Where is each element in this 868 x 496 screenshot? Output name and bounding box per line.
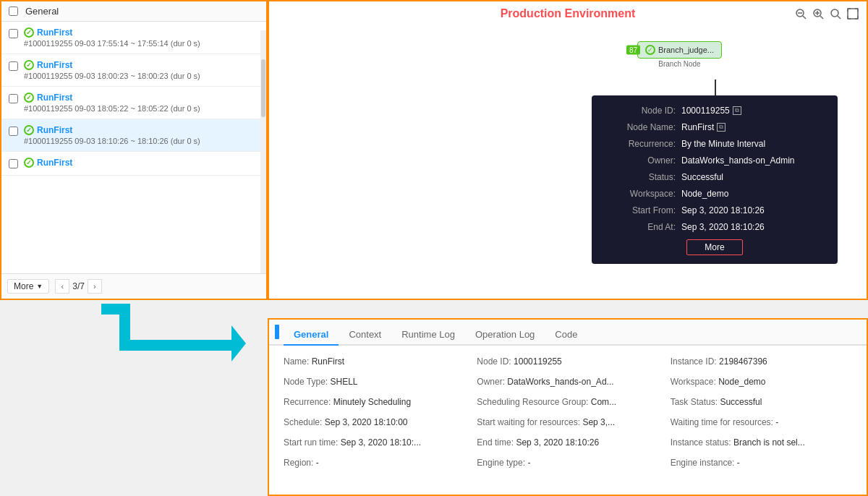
tooltip-owner-value: DataWorks_hands-on_Admin <box>681 154 826 167</box>
zoom-out-icon[interactable] <box>794 7 807 20</box>
tooltip-recurrence-row: Recurrence: By the Minute Interval <box>603 137 826 150</box>
more-button[interactable]: More ▼ <box>7 279 49 294</box>
next-page-button[interactable]: › <box>88 279 102 294</box>
tooltip-node-id-label: Node ID: <box>603 104 676 117</box>
detail-key: Workspace: <box>671 377 716 387</box>
tab-runtime-log[interactable]: Runtime Log <box>391 325 465 346</box>
list-item[interactable]: ✓ RunFirst <box>1 152 266 176</box>
tooltip-workspace-row: Workspace: Node_demo <box>603 187 826 200</box>
zoom-in-icon[interactable] <box>812 7 825 20</box>
detail-row: Waiting time for resources: - <box>665 412 858 432</box>
item-checkbox[interactable] <box>9 94 18 103</box>
item-sub: #1000119255 09-03 18:00:23 ~ 18:00:23 (d… <box>24 72 259 80</box>
detail-key: Task Status: <box>671 397 718 407</box>
detail-grid: Name: RunFirst Node Type: SHELL Recurren… <box>269 346 867 479</box>
item-sub: #1000119255 09-03 18:10:26 ~ 18:10:26 (d… <box>24 137 259 145</box>
item-id: #1000119255 <box>24 39 72 48</box>
list-item[interactable]: ✓ RunFirst #1000119255 09-03 18:00:23 ~ … <box>1 54 266 87</box>
item-content: ✓ RunFirst #1000119255 09-03 18:00:23 ~ … <box>24 60 259 80</box>
tooltip-status-value: Successful <box>681 171 826 184</box>
tooltip-start-value: Sep 3, 2020 18:10:26 <box>681 204 826 217</box>
detail-key: Start waiting for resources: <box>477 417 580 427</box>
detail-key: Region: <box>284 458 313 468</box>
branch-node[interactable]: 87 ✓ Branch_judge... Branch Node <box>637 41 722 68</box>
tab-code[interactable]: Code <box>545 325 587 346</box>
detail-key: Start run time: <box>284 437 338 448</box>
item-checkbox[interactable] <box>9 159 18 168</box>
item-time: 09-03 17:55:14 ~ 17:55:14 (dur 0 s) <box>75 39 200 48</box>
detail-key: Schedule: <box>284 417 322 427</box>
detail-row: Owner: DataWorks_hands-on_Ad... <box>471 372 664 392</box>
tooltip-node-id-row: Node ID: 1000119255 ⧉ <box>603 104 826 117</box>
tab-operation-log[interactable]: Operation Log <box>465 325 545 346</box>
item-sub: #1000119255 09-03 18:05:22 ~ 18:05:22 (d… <box>24 104 259 113</box>
item-title: ✓ RunFirst <box>24 125 259 135</box>
success-icon: ✓ <box>24 158 34 168</box>
detail-row: Engine instance: - <box>665 453 858 473</box>
node-id-badge: 87 <box>626 46 640 55</box>
svg-rect-9 <box>848 9 858 19</box>
scrollbar-thumb[interactable] <box>261 59 265 117</box>
detail-key: End time: <box>477 437 514 448</box>
svg-line-8 <box>838 16 841 19</box>
tooltip-start-label: Start From: <box>603 204 676 217</box>
tab-general[interactable]: General <box>284 325 339 346</box>
scrollbar[interactable] <box>260 30 266 273</box>
left-panel: General ✓ RunFirst #1000119255 09-03 17:… <box>0 0 268 300</box>
detail-row: Name: RunFirst <box>278 351 471 372</box>
tooltip-node-name-value: RunFirst ⧉ <box>681 121 826 134</box>
item-id: #1000119255 <box>24 104 72 113</box>
detail-row: Workspace: Node_demo <box>665 372 858 392</box>
item-title: ✓ RunFirst <box>24 60 259 70</box>
list-item[interactable]: ✓ RunFirst #1000119255 09-03 17:55:14 ~ … <box>1 22 266 54</box>
prev-page-button[interactable]: ‹ <box>55 279 69 294</box>
item-id: #1000119255 <box>24 137 72 145</box>
svg-line-1 <box>803 16 806 19</box>
panel-header-label: General <box>25 6 59 17</box>
list-item[interactable]: ✓ RunFirst #1000119255 09-03 18:10:26 ~ … <box>1 119 266 152</box>
zoom-reset-icon[interactable] <box>829 7 842 20</box>
select-all-checkbox[interactable] <box>9 7 18 16</box>
arrow-section <box>87 300 268 365</box>
success-icon: ✓ <box>24 60 34 70</box>
arrow-graphic <box>87 304 246 362</box>
item-checkbox[interactable] <box>9 29 18 38</box>
svg-line-4 <box>820 16 823 19</box>
detail-row: Scheduling Resource Group: Com... <box>471 392 664 412</box>
tooltip-workspace-value: Node_demo <box>681 187 826 200</box>
fullscreen-icon[interactable] <box>846 7 859 20</box>
item-content: ✓ RunFirst #1000119255 09-03 18:10:26 ~ … <box>24 125 259 145</box>
tabs-bar: General Context Runtime Log Operation Lo… <box>269 320 867 346</box>
more-label: More <box>14 281 33 291</box>
copy-icon[interactable]: ⧉ <box>733 106 741 115</box>
copy-icon[interactable]: ⧉ <box>717 123 726 132</box>
node-type-label: Branch Node <box>658 60 700 68</box>
item-content: ✓ RunFirst #1000119255 09-03 18:05:22 ~ … <box>24 93 259 113</box>
tooltip-start-row: Start From: Sep 3, 2020 18:10:26 <box>603 204 826 217</box>
item-title: ✓ RunFirst <box>24 158 259 168</box>
tooltip-more-button[interactable]: More <box>686 239 742 255</box>
tooltip-popup: Node ID: 1000119255 ⧉ Node Name: RunFirs… <box>592 95 838 264</box>
tooltip-recurrence-label: Recurrence: <box>603 137 676 150</box>
item-name: RunFirst <box>37 93 72 103</box>
list-item[interactable]: ✓ RunFirst #1000119255 09-03 18:05:22 ~ … <box>1 87 266 119</box>
dropdown-icon: ▼ <box>36 283 43 290</box>
tooltip-end-row: End At: Sep 3, 2020 18:10:26 <box>603 221 826 234</box>
detail-col2: Node ID: 1000119255 Owner: DataWorks_han… <box>471 351 664 473</box>
tab-context[interactable]: Context <box>339 325 391 346</box>
item-content: ✓ RunFirst <box>24 158 259 169</box>
detail-key: Node Type: <box>284 377 328 387</box>
panel-footer: More ▼ ‹ 3/7 › <box>1 273 266 299</box>
node-box: ✓ Branch_judge... <box>637 41 722 59</box>
detail-row: Start waiting for resources: Sep 3,... <box>471 412 664 432</box>
detail-row: End time: Sep 3, 2020 18:10:26 <box>471 432 664 453</box>
detail-key: Scheduling Resource Group: <box>477 397 588 407</box>
item-checkbox[interactable] <box>9 127 18 136</box>
item-checkbox[interactable] <box>9 61 18 71</box>
tooltip-owner-label: Owner: <box>603 154 676 167</box>
detail-key: Engine instance: <box>671 458 735 468</box>
node-name: Branch_judge... <box>658 46 714 54</box>
detail-row: Instance status: Branch is not sel... <box>665 432 858 453</box>
item-title: ✓ RunFirst <box>24 93 259 103</box>
instance-list: ✓ RunFirst #1000119255 09-03 17:55:14 ~ … <box>1 22 266 265</box>
